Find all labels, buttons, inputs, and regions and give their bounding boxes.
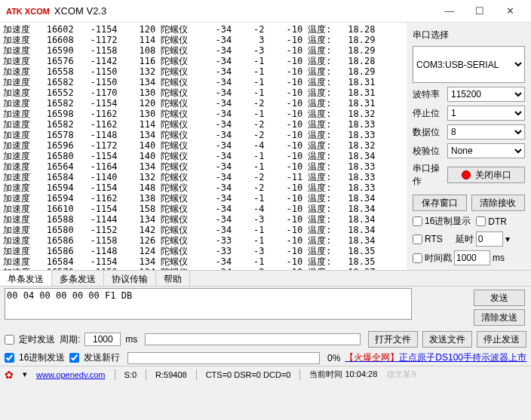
op-label: 串口操作 <box>413 162 444 188</box>
tab-3[interactable]: 帮助 <box>156 271 190 286</box>
baud-label: 波特率 <box>413 88 444 101</box>
settings-icon[interactable]: ✿ <box>5 369 14 381</box>
port-select-title: 串口选择 <box>413 29 525 41</box>
send-button[interactable]: 发送 <box>474 290 525 306</box>
send-newline-checkbox[interactable] <box>69 353 79 363</box>
dtr-label: DTR <box>488 216 507 227</box>
data-select[interactable]: 8 <box>447 124 525 139</box>
rts-checkbox[interactable] <box>413 235 422 244</box>
serial-output-area[interactable]: 加速度 16602 -1154 120 陀螺仪 -34 -2 -10 温度: 1… <box>0 23 407 270</box>
tab-1[interactable]: 多条发送 <box>52 271 104 286</box>
send-text-input[interactable] <box>5 288 412 320</box>
clear-recv-button[interactable]: 清除接收 <box>471 195 526 211</box>
close-port-button[interactable]: 关闭串口 <box>447 167 525 183</box>
timestamp-input[interactable] <box>454 250 490 265</box>
clear-send-button[interactable]: 清除发送 <box>474 309 525 326</box>
settings-panel: 串口选择 COM3:USB-SERIAL 波特率115200 停止位1 数据位8… <box>407 23 531 270</box>
ms-label-1: ms <box>493 253 505 263</box>
delay-input[interactable] <box>476 231 503 247</box>
parity-select[interactable]: None <box>447 143 525 158</box>
period-input[interactable] <box>84 333 121 346</box>
save-window-button[interactable]: 保存窗口 <box>413 195 467 211</box>
send-file-button[interactable]: 发送文件 <box>422 331 472 348</box>
timestamp-checkbox[interactable] <box>413 253 422 263</box>
rts-label: RTS <box>425 234 443 244</box>
send-newline-label: 发送新行 <box>84 351 120 364</box>
dtr-checkbox[interactable] <box>476 216 486 226</box>
stop-label: 停止位 <box>413 107 444 120</box>
website-link[interactable]: www.openedv.com <box>36 370 106 379</box>
timed-send-label: 定时发送 <box>19 333 55 346</box>
close-button[interactable]: ✕ <box>495 1 525 22</box>
hex-send-label: 16进制发送 <box>19 351 65 364</box>
open-file-button[interactable]: 打开文件 <box>368 331 418 348</box>
percent-label: 0% <box>327 353 340 363</box>
stop-select[interactable]: 1 <box>447 106 525 121</box>
timed-send-checkbox[interactable] <box>5 335 14 345</box>
current-time: 当前时间 10:04:28 <box>309 369 377 380</box>
file-path-display <box>145 333 361 345</box>
ms-label-2: ms <box>125 334 137 345</box>
minimize-button[interactable]: — <box>434 1 465 22</box>
recv-count: R:59408 <box>155 370 187 379</box>
line-status: CTS=0 DSR=0 DCD=0 <box>206 370 291 379</box>
window-title: XCOM V2.3 <box>54 5 434 17</box>
timestamp-label: 时间戳 <box>425 252 452 265</box>
app-logo: ATK XCOM <box>6 7 50 16</box>
parity-label: 校验位 <box>413 145 444 158</box>
delay-label: 延时 <box>456 233 474 246</box>
dropdown-icon[interactable]: ▾ <box>23 369 27 379</box>
progress-bar <box>127 352 320 364</box>
send-tabbar: 单条发送多条发送协议传输帮助 <box>0 270 531 287</box>
sent-count: S:0 <box>124 370 137 379</box>
tab-0[interactable]: 单条发送 <box>0 271 52 286</box>
hex-display-label: 16进制显示 <box>425 215 471 228</box>
port-select[interactable]: COM3:USB-SERIAL <box>413 46 525 83</box>
hex-display-checkbox[interactable] <box>413 216 422 226</box>
record-icon <box>462 170 471 179</box>
baud-select[interactable]: 115200 <box>447 87 525 102</box>
watermark: @文某9 <box>386 369 416 380</box>
period-label: 周期: <box>60 333 80 346</box>
advertisement-link[interactable]: 【火爆全网】正点原子DS100手持示波器上市 <box>345 351 526 364</box>
maximize-button[interactable]: ☐ <box>465 1 495 22</box>
stop-send-button[interactable]: 停止发送 <box>477 331 526 348</box>
data-label: 数据位 <box>413 126 444 139</box>
tab-2[interactable]: 协议传输 <box>104 271 156 286</box>
hex-send-checkbox[interactable] <box>5 353 14 363</box>
